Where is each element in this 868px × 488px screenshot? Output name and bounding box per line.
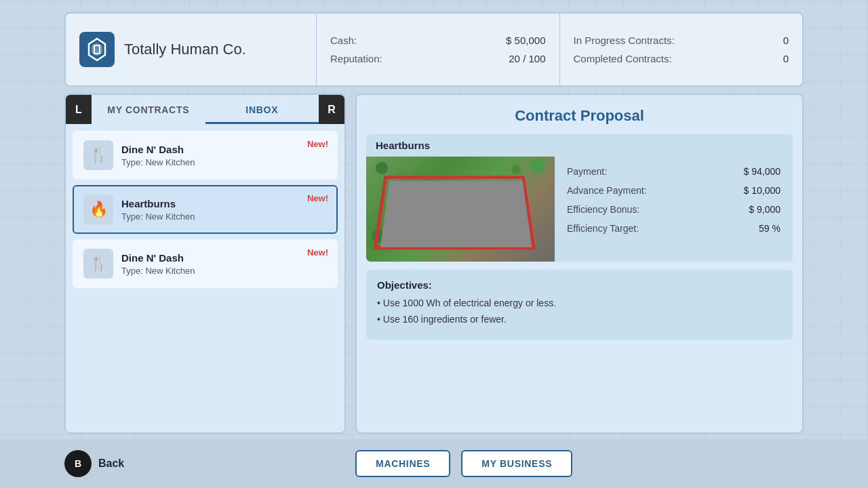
my-business-button[interactable]: MY BUSINESS bbox=[461, 450, 572, 477]
advance-label: Advance Payment: bbox=[567, 185, 647, 196]
bottom-bar: B Back MACHINES MY BUSINESS bbox=[0, 439, 868, 488]
efficiency-target-value: 59 % bbox=[759, 223, 781, 234]
contract-type-1: Type: New Kitchen bbox=[121, 211, 327, 222]
in-progress-value: 0 bbox=[783, 35, 789, 46]
cash-value: $ 50,000 bbox=[506, 35, 545, 46]
cash-label: Cash: bbox=[330, 35, 357, 46]
company-logo-icon bbox=[79, 32, 115, 67]
proposal-header: Contract Proposal bbox=[357, 95, 802, 134]
header-stats: Cash: $ 50,000 Reputation: 20 / 100 In P… bbox=[317, 14, 802, 85]
payment-label: Payment: bbox=[567, 166, 607, 177]
tree-decoration-2 bbox=[511, 165, 521, 174]
tab-inbox[interactable]: INBOX bbox=[205, 95, 319, 124]
contract-type-2: Type: New Kitchen bbox=[121, 266, 327, 276]
objectives-section: Objectives: • Use 1000 Wh of electrical … bbox=[366, 270, 793, 340]
efficiency-target-label: Efficiency Target: bbox=[567, 223, 639, 234]
proposal-contract-name: Heartburns bbox=[366, 134, 793, 157]
tree-decoration-1 bbox=[376, 162, 388, 174]
efficiency-bonus-value: $ 9,000 bbox=[749, 204, 781, 215]
contract-info-2: Dine N' Dash Type: New Kitchen bbox=[121, 252, 327, 276]
proposal-title: Contract Proposal bbox=[515, 107, 644, 124]
efficiency-bonus-line: Efficiency Bonus: $ 9,000 bbox=[567, 204, 781, 215]
in-progress-label: In Progress Contracts: bbox=[574, 35, 675, 46]
tab-nav-right-button[interactable]: R bbox=[319, 95, 344, 124]
contract-icon-0: 🍴 bbox=[83, 140, 113, 170]
right-panel: Contract Proposal Heartburns bbox=[355, 94, 804, 434]
new-badge-1: New! bbox=[307, 193, 328, 203]
reputation-row: Reputation: 20 / 100 bbox=[330, 53, 546, 64]
contract-name-1: Heartburns bbox=[121, 198, 327, 209]
proposal-image bbox=[366, 157, 555, 262]
efficiency-bonus-label: Efficiency Bonus: bbox=[567, 204, 639, 215]
stats-right: In Progress Contracts: 0 Completed Contr… bbox=[560, 14, 803, 85]
proposal-content: Heartburns Paym bbox=[357, 134, 802, 432]
contract-item-0[interactable]: 🍴 Dine N' Dash Type: New Kitchen New! bbox=[73, 131, 338, 180]
cash-row: Cash: $ 50,000 bbox=[330, 35, 546, 46]
proposal-stats: Payment: $ 94,000 Advance Payment: $ 10,… bbox=[555, 157, 793, 262]
objectives-title: Objectives: bbox=[377, 279, 782, 291]
payment-value: $ 94,000 bbox=[744, 166, 781, 177]
back-key-icon: B bbox=[64, 450, 92, 477]
header-bar: Totally Human Co. Cash: $ 50,000 Reputat… bbox=[64, 12, 804, 87]
objective-1: • Use 1000 Wh of electrical energy or le… bbox=[377, 298, 782, 308]
company-name: Totally Human Co. bbox=[124, 41, 246, 58]
tab-my-contracts[interactable]: MY CONTRACTS bbox=[92, 95, 205, 124]
contract-icon-1: 🔥 bbox=[83, 195, 113, 224]
proposal-name-section: Heartburns Paym bbox=[366, 134, 793, 262]
proposal-details: Payment: $ 94,000 Advance Payment: $ 10,… bbox=[366, 157, 793, 262]
contract-icon-2: 🍴 bbox=[83, 249, 113, 279]
new-badge-0: New! bbox=[307, 139, 328, 149]
tab-nav-left-button[interactable]: L bbox=[66, 95, 92, 124]
objective-2: • Use 160 ingredients or fewer. bbox=[377, 314, 782, 325]
contract-info-0: Dine N' Dash Type: New Kitchen bbox=[121, 144, 327, 167]
bottom-center-buttons: MACHINES MY BUSINESS bbox=[124, 450, 804, 477]
left-panel: L MY CONTRACTS INBOX R 🍴 Dine N' Dash Ty… bbox=[64, 94, 346, 434]
completed-row: Completed Contracts: 0 bbox=[574, 53, 789, 64]
in-progress-row: In Progress Contracts: 0 bbox=[574, 35, 789, 46]
contract-info-1: Heartburns Type: New Kitchen bbox=[121, 198, 327, 222]
stats-left: Cash: $ 50,000 Reputation: 20 / 100 bbox=[317, 14, 560, 85]
main-content: L MY CONTRACTS INBOX R 🍴 Dine N' Dash Ty… bbox=[64, 94, 804, 434]
completed-value: 0 bbox=[783, 53, 789, 64]
contract-item-2[interactable]: 🍴 Dine N' Dash Type: New Kitchen New! bbox=[73, 239, 338, 288]
advance-value: $ 10,000 bbox=[744, 185, 781, 196]
machines-button[interactable]: MACHINES bbox=[355, 450, 450, 477]
payment-line: Payment: $ 94,000 bbox=[567, 166, 781, 177]
company-logo-section: Totally Human Co. bbox=[66, 14, 317, 85]
kitchen-scene bbox=[366, 157, 555, 262]
efficiency-target-line: Efficiency Target: 59 % bbox=[567, 223, 781, 234]
kitchen-floor bbox=[380, 181, 532, 247]
new-badge-2: New! bbox=[307, 247, 328, 258]
tab-bar: L MY CONTRACTS INBOX R bbox=[66, 95, 344, 124]
tree-decoration-4 bbox=[530, 159, 545, 174]
reputation-value: 20 / 100 bbox=[509, 53, 545, 64]
contract-item-1[interactable]: 🔥 Heartburns Type: New Kitchen New! bbox=[73, 185, 338, 234]
contract-name-2: Dine N' Dash bbox=[121, 252, 327, 264]
back-button[interactable]: B Back bbox=[64, 450, 124, 477]
contract-list: 🍴 Dine N' Dash Type: New Kitchen New! 🔥 … bbox=[66, 124, 344, 432]
advance-line: Advance Payment: $ 10,000 bbox=[567, 185, 781, 196]
completed-label: Completed Contracts: bbox=[574, 53, 672, 64]
reputation-label: Reputation: bbox=[330, 53, 382, 64]
back-label: Back bbox=[98, 458, 124, 470]
contract-type-0: Type: New Kitchen bbox=[121, 157, 327, 167]
contract-name-0: Dine N' Dash bbox=[121, 144, 327, 155]
tabs-container: MY CONTRACTS INBOX bbox=[92, 95, 319, 124]
